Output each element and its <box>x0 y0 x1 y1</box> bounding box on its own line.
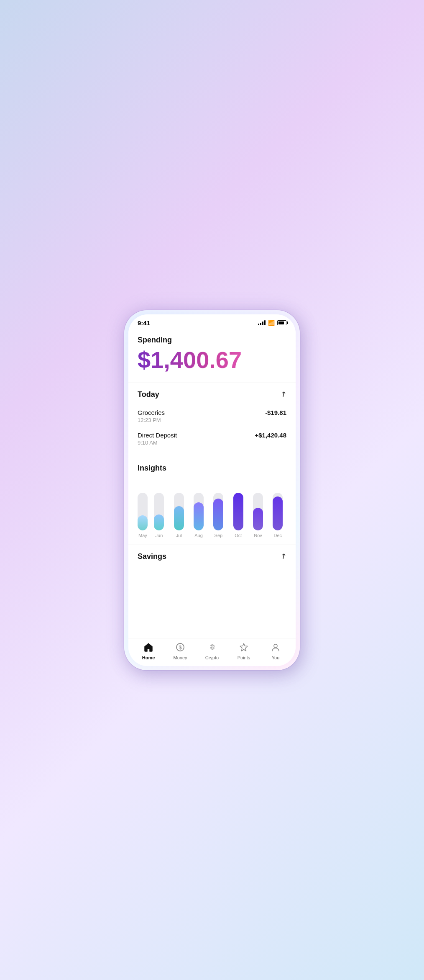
savings-title: Savings <box>138 552 166 561</box>
nav-crypto[interactable]: Crypto <box>202 643 222 660</box>
status-bar: 9:41 📶 <box>128 314 296 329</box>
today-expand-icon[interactable]: ↗ <box>278 389 289 400</box>
crypto-icon <box>207 643 217 653</box>
status-icons: 📶 <box>258 320 286 326</box>
insights-title: Insights <box>138 464 166 473</box>
nav-you-label: You <box>272 655 280 660</box>
tx-name: Groceries <box>138 409 165 416</box>
phone-screen: 9:41 📶 Spending $1,400.67 <box>128 314 296 666</box>
points-icon <box>239 643 248 653</box>
chart-month-label: Jul <box>176 533 182 538</box>
chart-month-label: Nov <box>254 533 262 538</box>
signal-icon <box>258 320 266 325</box>
chart-bar-aug: Aug <box>190 493 207 538</box>
bottom-nav: Home $ Money Crypto <box>128 638 296 666</box>
chart-month-label: Aug <box>194 533 203 538</box>
home-icon <box>143 643 153 653</box>
chart-bar-jun: Jun <box>151 493 168 538</box>
chart-bar-may: May <box>138 493 148 538</box>
chart-bar-jul: Jul <box>170 493 187 538</box>
today-title: Today <box>138 390 159 399</box>
chart-month-label: Sep <box>215 533 223 538</box>
spending-section: Spending $1,400.67 <box>128 329 296 383</box>
today-section: Today ↗ Groceries 12:23 PM -$19.81 Direc… <box>128 383 296 457</box>
nav-you[interactable]: You <box>265 643 286 660</box>
table-row[interactable]: Groceries 12:23 PM -$19.81 <box>138 405 286 427</box>
transaction-groceries: Groceries 12:23 PM <box>138 409 165 423</box>
insights-chart: May Jun Jul <box>138 479 286 538</box>
chart-bar-oct: Oct <box>230 493 247 538</box>
chart-month-label: Dec <box>274 533 282 538</box>
status-time: 9:41 <box>138 319 150 327</box>
tx-amount-negative: -$19.81 <box>265 409 286 416</box>
insights-section: Insights May Jun <box>128 457 296 545</box>
svg-marker-2 <box>240 643 248 651</box>
nav-points-label: Points <box>238 655 250 660</box>
chart-month-label: Jun <box>156 533 163 538</box>
spending-label: Spending <box>138 336 286 345</box>
tx-amount-positive: +$1,420.48 <box>255 432 287 439</box>
savings-header: Savings ↗ <box>138 552 286 561</box>
chart-bar-nov: Nov <box>249 493 266 538</box>
nav-home[interactable]: Home <box>138 643 159 660</box>
phone-frame: 9:41 📶 Spending $1,400.67 <box>124 310 300 670</box>
today-header: Today ↗ <box>138 390 286 399</box>
battery-icon <box>277 320 286 325</box>
tx-time: 12:23 PM <box>138 417 165 423</box>
chart-month-label: May <box>138 533 147 538</box>
tx-name: Direct Deposit <box>138 432 177 439</box>
chart-bar-dec: Dec <box>269 493 286 538</box>
savings-expand-icon[interactable]: ↗ <box>278 551 289 562</box>
table-row[interactable]: Direct Deposit 9:10 AM +$1,420.48 <box>138 427 286 450</box>
nav-money[interactable]: $ Money <box>170 643 191 660</box>
spending-amount: $1,400.67 <box>138 347 286 373</box>
you-icon <box>271 643 280 653</box>
main-scroll[interactable]: Spending $1,400.67 Today ↗ Groceries 12:… <box>128 329 296 638</box>
nav-points[interactable]: Points <box>233 643 254 660</box>
chart-bar-sep: Sep <box>210 493 227 538</box>
money-icon: $ <box>176 643 185 653</box>
wifi-icon: 📶 <box>268 320 275 326</box>
svg-point-3 <box>274 644 277 648</box>
insights-header: Insights <box>138 464 286 473</box>
transaction-deposit: Direct Deposit 9:10 AM <box>138 432 177 446</box>
svg-text:$: $ <box>179 644 182 651</box>
nav-crypto-label: Crypto <box>205 655 219 660</box>
chart-month-label: Oct <box>235 533 242 538</box>
tx-time: 9:10 AM <box>138 440 177 446</box>
nav-money-label: Money <box>173 655 187 660</box>
nav-home-label: Home <box>142 655 155 660</box>
savings-section: Savings ↗ <box>128 545 296 574</box>
